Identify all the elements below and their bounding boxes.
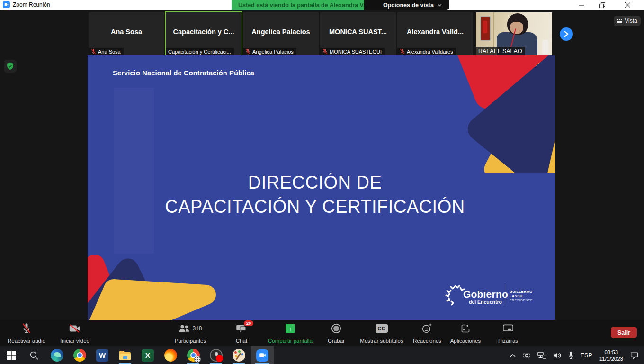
participant-label: MONICA SUASTEGUI: [320, 48, 385, 56]
participant-label: Angelica Palacios: [243, 48, 296, 56]
slide-header: Servicio Nacional de Contratación Públic…: [113, 69, 254, 77]
muted-mic-icon: [400, 49, 405, 55]
excel-icon: X: [142, 349, 154, 362]
participant-tile-video[interactable]: RAFAEL SALAO: [476, 12, 552, 56]
tray-expand-chevron[interactable]: [507, 346, 519, 364]
muted-mic-icon: [22, 323, 31, 334]
system-tray: ESP 08:53 11/1/2023: [507, 346, 644, 364]
taskbar-paint[interactable]: [228, 346, 249, 364]
obs-icon: [210, 349, 223, 362]
muted-mic-icon: [91, 49, 96, 55]
taskbar-word[interactable]: W: [92, 346, 113, 364]
closed-captions-icon: CC: [376, 324, 388, 333]
reactions-smiley-icon: [422, 323, 432, 334]
view-mode-button[interactable]: Vista: [614, 16, 641, 26]
zoom-taskbar-icon: [256, 349, 268, 362]
participants-icon: [179, 324, 190, 333]
chrome-icon: [73, 349, 86, 362]
language-indicator[interactable]: ESP: [577, 346, 596, 364]
action-center-icon[interactable]: [627, 346, 644, 364]
edge-icon: [51, 349, 63, 362]
participant-tile[interactable]: Ana Sosa Ana Sosa: [89, 12, 164, 56]
shared-screen-slide: Servicio Nacional de Contratación Públic…: [88, 55, 555, 320]
taskbar-excel[interactable]: X: [137, 346, 158, 364]
apps-button[interactable]: Aplicaciones: [445, 322, 486, 345]
zoom-app-icon: [3, 1, 10, 8]
participant-name: MONICA SUAST...: [320, 28, 396, 36]
muted-camera-icon: [69, 324, 80, 333]
participant-label: Ana Sosa: [89, 48, 124, 56]
minimize-button[interactable]: [572, 0, 590, 10]
taskbar-firefox[interactable]: [160, 346, 181, 364]
close-button[interactable]: [618, 0, 637, 10]
whiteboards-button[interactable]: Pizarras: [488, 322, 528, 345]
participant-label: Capacitación y Certificaci...: [166, 48, 234, 56]
search-button[interactable]: [24, 346, 45, 364]
taskbar-chrome-profile[interactable]: [183, 346, 204, 364]
slide-title: DIRECCIÓN DE CAPACITACIÓN Y CERTIFICACIÓ…: [88, 171, 542, 219]
file-explorer-icon: [119, 350, 131, 361]
start-button[interactable]: [1, 346, 22, 364]
participant-label: RAFAEL SALAO: [476, 47, 525, 56]
window-titlebar: Zoom Reunión Usted está viendo la pantal…: [0, 0, 644, 10]
slide-decoration-bottom-left: [88, 242, 230, 320]
chevron-right-icon: [564, 31, 569, 37]
taskbar-clock[interactable]: 08:53 11/1/2023: [596, 349, 627, 362]
unmute-button[interactable]: Reactivar audio: [4, 322, 49, 345]
participant-name: Alexandra Valld...: [397, 28, 473, 36]
view-options-label: Opciones de vista: [383, 2, 434, 9]
gobierno-logo: Gobierno del Encuentro GUILLERMO LASSO P…: [444, 281, 539, 309]
restore-button[interactable]: [593, 0, 612, 10]
zoom-toolbar: Reactivar audio Iniciar vídeo 318 Partic…: [0, 320, 644, 346]
grid-view-icon: [617, 19, 622, 23]
network-icon[interactable]: [534, 346, 550, 364]
reactions-button[interactable]: Reacciones: [408, 322, 446, 345]
captions-button[interactable]: CC Mostrar subtítulos: [356, 322, 407, 345]
sharing-banner-text: Usted está viendo la pantalla de Alexand…: [238, 2, 385, 9]
participant-name: Ana Sosa: [89, 28, 164, 36]
muted-mic-icon: [245, 49, 250, 55]
participants-count: 318: [192, 325, 202, 332]
slide-decoration-top-right: [412, 55, 555, 173]
participant-tile-active-speaker[interactable]: Capacitación y C... Capacitación y Certi…: [166, 12, 242, 56]
taskbar-edge[interactable]: [46, 346, 67, 364]
participant-name: Capacitación y C...: [166, 28, 242, 36]
apps-icon: [461, 324, 470, 333]
record-button[interactable]: Grabar: [322, 322, 351, 345]
participant-tile[interactable]: Alexandra Valld... Alexandra Valldares: [397, 12, 473, 56]
leave-meeting-button[interactable]: Salir: [611, 327, 637, 338]
view-options-button[interactable]: Opciones de vista: [364, 0, 449, 10]
participant-name: Angelica Palacios: [243, 28, 319, 36]
chevron-down-icon: [438, 4, 442, 7]
app-title: Zoom Reunión: [3, 1, 50, 8]
next-participants-button[interactable]: [560, 27, 573, 41]
microphone-tray-icon[interactable]: [565, 346, 577, 364]
paint-icon: [233, 349, 245, 362]
chat-button[interactable]: 20 Chat: [226, 322, 257, 345]
search-icon: [29, 351, 39, 360]
whiteboard-icon: [503, 324, 513, 333]
taskbar-obs[interactable]: [206, 346, 226, 364]
president-name: GUILLERMO LASSO PRESIDENTE: [510, 290, 539, 302]
participants-button[interactable]: 318 Participantes: [167, 322, 214, 345]
word-icon: W: [96, 349, 108, 362]
taskbar-file-explorer[interactable]: [115, 346, 135, 364]
firefox-icon: [164, 349, 177, 362]
tray-capture-icon[interactable]: [519, 346, 534, 364]
taskbar-zoom-active[interactable]: [251, 346, 274, 364]
share-screen-button[interactable]: ↑ Compartir pantalla: [263, 322, 317, 345]
record-icon: [331, 323, 341, 334]
share-screen-icon: ↑: [286, 324, 295, 333]
participant-label: Alexandra Valldares: [397, 48, 456, 56]
app-title-text: Zoom Reunión: [13, 1, 50, 8]
participant-tile[interactable]: MONICA SUAST... MONICA SUASTEGUI: [320, 12, 396, 56]
security-shield-icon[interactable]: [4, 60, 17, 73]
windows-taskbar: W X ESP 08:53 11/1/2023: [0, 346, 644, 364]
start-video-button[interactable]: Iniciar vídeo: [56, 322, 94, 345]
logo-divider: [505, 284, 505, 306]
muted-mic-icon: [322, 49, 328, 55]
taskbar-chrome[interactable]: [69, 346, 90, 364]
participant-tile[interactable]: Angelica Palacios Angelica Palacios: [243, 12, 319, 56]
volume-icon[interactable]: [550, 346, 565, 364]
fire-extinguisher-cabinet: [480, 16, 491, 41]
